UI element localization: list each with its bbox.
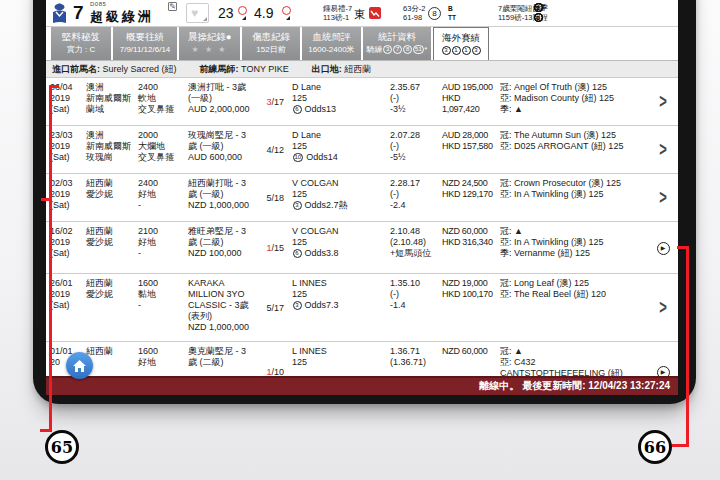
placing-line: 季: ▲ <box>500 104 654 115</box>
tab-2[interactable]: 概要往績7/9/11/12/6/14 <box>113 27 177 60</box>
race-track-going: 1600黏地- <box>138 278 188 339</box>
placing-horse: Crown Prosecutor (澳) 125 <box>514 178 621 188</box>
horse-profile: 7歲栗閹紐自1159磅-13 <box>468 4 528 13</box>
placing-horse: Madison County (紐) 125 <box>514 93 614 103</box>
placings-cell: 冠: The Autumn Sun (澳) 125亞: D025 ARROGAN… <box>500 130 654 171</box>
placing-line: 冠: Crown Prosecutor (澳) 125 <box>500 178 654 189</box>
callout-line-left-vertical <box>49 85 52 432</box>
field-size: /17 <box>271 303 284 313</box>
race-venue: 紐西蘭愛沙妮 <box>86 178 138 219</box>
odds-line: 10 Odds14 <box>292 152 390 163</box>
placing-horse: In A Twinkling (澳) 125 <box>514 189 603 199</box>
chevron-right-icon[interactable]: > <box>659 189 667 206</box>
horse-name: 超級綠洲 <box>90 8 154 26</box>
rating-expander-icon[interactable] <box>286 16 290 20</box>
tab-5[interactable]: 血統簡評1600-2400米 <box>302 27 361 60</box>
placing-line: 亞: In A Twinkling (澳) 125 <box>500 237 654 248</box>
race-venue: 澳洲新南威爾斯蘭域 <box>86 82 138 123</box>
jockey-name: D Lane <box>292 130 390 141</box>
tab-label: 晨操紀錄● <box>179 31 240 42</box>
table-row[interactable]: 26/012019(Sat)紐西蘭愛沙妮1600黏地-KARAKAMILLION… <box>46 274 678 342</box>
tab-sub: 7/9/11/12/6/14 <box>113 44 177 55</box>
import-name-label: 進口前馬名: <box>52 64 100 74</box>
jockey-cell: L INNES1253 Odds7.3 <box>286 278 390 339</box>
placing-label: 亞: <box>500 289 514 299</box>
odds-line: 6 Odds3.8 <box>292 248 390 259</box>
placing-horse: ▲ <box>514 226 523 236</box>
chevron-right-icon[interactable]: > <box>659 93 667 110</box>
tab-sub: ★ ★ ★ <box>179 44 240 55</box>
stat-circle-badge: 3 <box>472 46 481 55</box>
tab-label: 統計資料 <box>363 31 431 42</box>
prev-trainer-label: 前練馬師: <box>200 64 239 74</box>
carried-weight: 125 <box>292 357 390 368</box>
table-row[interactable]: 06/042019(Sat)澳洲新南威爾斯蘭域2400軟地交叉鼻箍澳洲打吡 - … <box>46 78 678 126</box>
import-info-row: 進口前馬名: Surely Sacred (紐) 前練馬師: TONY PIKE… <box>46 61 678 78</box>
fav-expander-icon[interactable] <box>242 16 246 20</box>
race-name-prize: 紐西蘭打吡 - 3歲 (一級)NZD 1,000,000 <box>188 178 262 219</box>
prize-money: NZD 24,500HKD 129,170 <box>442 178 500 219</box>
jockey-name: L INNES <box>292 278 390 289</box>
jockey-name: V COLGAN <box>292 178 390 189</box>
export-place-value: 紐西蘭 <box>344 64 371 74</box>
odds-line: 6 Odds13 <box>292 104 390 115</box>
side-label: 東 <box>354 7 365 22</box>
stat-circle-badge: 51 <box>413 45 424 54</box>
finish-time: 2.35.67(-)-3½ <box>390 82 442 123</box>
stat-circle-badge: 7 <box>393 45 402 54</box>
trainer-weight: 鍾易禮-7113磅-1 <box>298 4 348 13</box>
placing-label: 亞: <box>500 93 514 103</box>
field-size: /12 <box>271 145 284 155</box>
export-place-label: 出口地: <box>312 64 342 74</box>
tab-label: 海外賽績 <box>434 32 488 43</box>
jockey-name: L INNES <box>292 346 390 357</box>
jockey-cell: V COLGAN1253 Odds2.7熱 <box>286 178 390 219</box>
placing-horse: Long Leaf (澳) 125 <box>514 278 589 288</box>
carried-weight: 125 <box>292 93 390 104</box>
edit-note-icon[interactable]: ✎ <box>168 2 177 11</box>
placing-label: 冠: <box>500 130 514 140</box>
table-row[interactable]: 16/022019(Sat)紐西蘭愛沙妮2100好地-雅旺弟堅尼 - 3歲 (二… <box>46 222 678 274</box>
placing-label: 冠: <box>500 82 514 92</box>
tab-sub: 3113 <box>434 45 488 56</box>
app-screen: 7 D085 超級綠洲 ✎ ♥ 23 4.9 鍾易禮-7113磅-1 東 63分… <box>46 0 678 395</box>
finish-time: 2.28.17(-)-2.4 <box>390 178 442 219</box>
prize-money: NZD 19,000HKD 100,170 <box>442 278 500 339</box>
placing-label: 亞: <box>500 141 514 151</box>
replay-video-icon[interactable]: ▶ <box>657 242 670 255</box>
finish-time: 2.10.48(2.10.48)+短馬頭位 <box>390 226 442 271</box>
jockey-cell: D Lane1256 Odds13 <box>286 82 390 123</box>
offline-status: 離線中。 <box>479 380 519 391</box>
favourite-toggle[interactable]: ♥ <box>186 3 209 23</box>
jockey-cell: D Lane12510 Odds14 <box>286 130 390 171</box>
chevron-right-icon[interactable]: > <box>659 141 667 158</box>
placing-line: 亞: In A Twinkling (澳) 125 <box>500 189 654 200</box>
race-name-prize: 澳洲打吡 - 3歲(一級)AUD 2,000,000 <box>188 82 262 123</box>
stat-circle-badge: 6 <box>293 249 302 258</box>
tab-6[interactable]: 統計資料騎練37851* <box>363 27 431 60</box>
placing-line: 季: Vernanme (紐) 125 <box>500 248 654 259</box>
tab-3[interactable]: 晨操紀錄●★ ★ ★ <box>179 27 240 60</box>
prize-money: NZD 60,000HKD 316,340 <box>442 226 500 271</box>
heart-icon: ♥ <box>191 6 198 20</box>
tab-label: 概要往績 <box>113 31 177 42</box>
callout-line-right-vertical <box>686 246 689 447</box>
table-row[interactable]: 23/032019(Sat)澳洲新南威爾斯玫瑰崗2000大爛地交叉鼻箍玫瑰崗堅尼… <box>46 126 678 174</box>
home-button[interactable] <box>66 352 93 379</box>
race-date: 23/032019(Sat) <box>50 130 86 171</box>
table-row[interactable]: 02/032019(Sat)紐西蘭愛沙妮2400好地-紐西蘭打吡 - 3歲 (一… <box>46 174 678 222</box>
placing-horse: C432 <box>514 357 536 367</box>
placing-label: 亞: <box>500 357 514 367</box>
tab-7[interactable]: 海外賽績3113 <box>433 27 489 60</box>
race-name-prize: 玫瑰崗堅尼 - 3歲 (一級)AUD 600,000 <box>188 130 262 171</box>
fav-badge-icon <box>238 6 247 15</box>
stat-circle-badge: 3 <box>442 46 451 55</box>
tab-1[interactable]: 堅料秘笈實力 : C <box>51 27 111 60</box>
race-track-going: 2100好地- <box>138 226 188 271</box>
race-venue: 紐西蘭愛沙妮 <box>86 278 138 339</box>
placing-line: 冠: ▲ <box>500 226 654 237</box>
stat-circle-badge: 3 <box>293 201 302 210</box>
tab-4[interactable]: 傷患紀錄152日前 <box>242 27 300 60</box>
home-icon <box>72 359 87 373</box>
chevron-right-icon[interactable]: > <box>659 299 667 316</box>
